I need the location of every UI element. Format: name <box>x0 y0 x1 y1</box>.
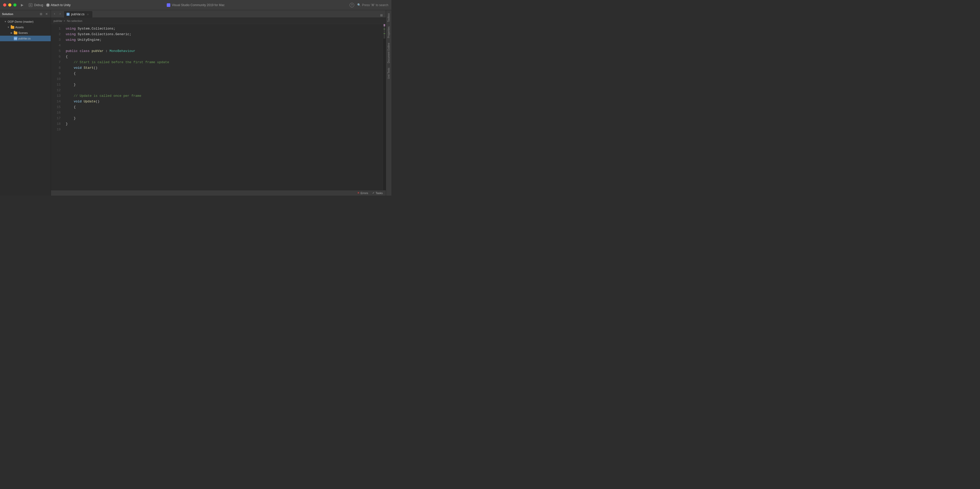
tree-item-scenes[interactable]: ▶ Scenes <box>0 30 51 36</box>
tree-chevron-project: ▼ <box>4 21 6 23</box>
tasks-icon: ✓ <box>372 191 375 195</box>
minimap-line-15 <box>383 35 385 35</box>
line-num-13: 13 <box>51 93 60 99</box>
code-line-6: { <box>66 54 383 60</box>
minimize-button[interactable] <box>8 3 11 6</box>
sidebar-close-icon[interactable]: ✕ <box>45 12 49 16</box>
line-num-19: 19 <box>51 127 60 132</box>
sidebar-header: Solution ⊞ ✕ <box>0 10 51 18</box>
minimap-line-8 <box>383 30 385 30</box>
tree-chevron-assets: ▼ <box>7 26 10 29</box>
code-line-12 <box>66 87 383 93</box>
line-num-9: 9 <box>51 71 60 76</box>
minimap-line-19 <box>383 38 385 38</box>
code-line-5: public class pubVar : MonoBehaviour <box>66 48 383 54</box>
editor-breadcrumb-selection[interactable]: No selection <box>67 19 83 22</box>
tab-forward-button[interactable]: › <box>57 11 63 16</box>
right-tab-document-outline[interactable]: Document Outline <box>387 41 391 65</box>
titlebar-right: ? 🔍 Press '⌘' to search <box>350 3 388 7</box>
right-tab-unit-tests[interactable]: Unit Tests <box>387 66 391 81</box>
minimap-line-10 <box>383 31 385 32</box>
tree-chevron-pubvar <box>10 37 13 40</box>
minimap-line-1 <box>383 24 385 25</box>
minimap-line-12 <box>383 33 385 33</box>
status-errors[interactable]: ✕ Errors <box>357 191 368 195</box>
tab-label: pubVar.cs <box>71 13 84 16</box>
run-button[interactable] <box>20 3 25 8</box>
search-bar[interactable]: 🔍 Press '⌘' to search <box>357 3 388 7</box>
code-line-4 <box>66 43 383 48</box>
search-placeholder: Press '⌘' to search <box>362 3 388 7</box>
code-line-14: void Update() <box>66 99 383 105</box>
line-num-2: 2 <box>51 32 60 37</box>
code-line-16 <box>66 110 383 116</box>
minimap-line-17 <box>383 37 385 37</box>
line-num-10: 10 <box>51 76 60 82</box>
minimap-line-3 <box>383 26 385 26</box>
code-line-19 <box>66 127 383 132</box>
minimap-line-2 <box>383 25 385 25</box>
code-line-18: } <box>66 121 383 127</box>
line-num-4: 4 <box>51 43 60 48</box>
editor-breadcrumb-sep: ► <box>64 19 66 22</box>
breadcrumb: ▤ Debug › ⊕ Attach to Unity <box>29 3 71 7</box>
editor-area: ‹ › C# pubVar.cs ○ ⊞ pubVar ► No selecti… <box>51 10 386 195</box>
code-line-1: using System.Collections; <box>66 26 383 32</box>
app-title: Visual Studio Community 2019 for Mac <box>172 3 224 7</box>
tree-item-pubvar[interactable]: C# pubVar.cs <box>0 36 51 41</box>
right-sidebar: Toolbox Properties Document Outline Unit… <box>386 10 391 195</box>
tab-pubvar[interactable]: C# pubVar.cs ○ <box>64 11 93 18</box>
scenes-folder-icon <box>14 32 18 34</box>
line-num-8: 8 <box>51 65 60 71</box>
sidebar-content: ▼ OOP-Demo (master) ▼ Assets ▶ Scenes C#… <box>0 18 51 195</box>
debug-doc-icon: ▤ <box>29 3 32 7</box>
status-bar: ✕ Errors ✓ Tasks <box>51 190 386 195</box>
line-num-6: 6 <box>51 54 60 60</box>
tab-close-button[interactable]: ○ <box>86 13 89 16</box>
editor-breadcrumb: pubVar ► No selection <box>51 18 386 24</box>
code-content[interactable]: using System.Collections; using System.C… <box>64 24 383 190</box>
line-numbers: 1 2 3 4 5 6 7 8 9 10 11 12 13 14 15 16 1… <box>51 24 64 190</box>
tab-bar-right: ⊞ <box>379 13 386 17</box>
code-line-10 <box>66 76 383 82</box>
help-button[interactable]: ? <box>350 3 354 7</box>
maximize-button[interactable] <box>13 3 17 6</box>
tab-back-button[interactable]: ‹ <box>52 11 57 16</box>
tree-item-project[interactable]: ▼ OOP-Demo (master) <box>0 19 51 24</box>
attach-breadcrumb-item[interactable]: Attach to Unity <box>51 3 71 7</box>
tree-chevron-scenes: ▶ <box>10 32 13 34</box>
code-line-2: using System.Collections.Generic; <box>66 32 383 37</box>
code-line-7: // Start is called before the first fram… <box>66 60 383 65</box>
minimap-line-5 <box>383 27 385 28</box>
minimap-line-16 <box>383 36 385 36</box>
tab-cs-icon: C# <box>67 13 70 16</box>
sidebar-split-icon[interactable]: ⊞ <box>39 12 43 16</box>
tab-bar: ‹ › C# pubVar.cs ○ ⊞ <box>51 10 386 18</box>
errors-label: Errors <box>361 192 368 195</box>
tree-item-assets[interactable]: ▼ Assets <box>0 24 51 30</box>
tab-navigation: ‹ › <box>51 10 64 17</box>
code-editor: 1 2 3 4 5 6 7 8 9 10 11 12 13 14 15 16 1… <box>51 24 386 190</box>
code-line-3: using UnityEngine; <box>66 37 383 43</box>
sidebar-title: Solution <box>2 13 13 16</box>
minimap-line-14 <box>383 34 385 35</box>
line-num-18: 18 <box>51 121 60 127</box>
code-line-15: { <box>66 105 383 110</box>
editor-breadcrumb-file[interactable]: pubVar <box>54 19 62 22</box>
assets-folder-icon <box>11 26 14 29</box>
sidebar: Solution ⊞ ✕ ▼ OOP-Demo (master) ▼ Asset… <box>0 10 51 195</box>
minimap-line-11 <box>383 32 385 32</box>
code-line-11: } <box>66 82 383 87</box>
right-tab-properties[interactable]: Properties <box>387 24 391 40</box>
minimap-line-6 <box>383 28 385 29</box>
line-num-17: 17 <box>51 116 60 121</box>
close-button[interactable] <box>3 3 6 6</box>
tasks-label: Tasks <box>375 192 383 195</box>
sidebar-toggle-button[interactable]: ⊞ <box>379 13 384 17</box>
minimap <box>383 24 386 190</box>
debug-breadcrumb-item[interactable]: Debug <box>34 3 43 7</box>
right-tab-toolbox[interactable]: Toolbox <box>387 11 391 24</box>
status-tasks[interactable]: ✓ Tasks <box>372 191 383 195</box>
breadcrumb-separator-1: › <box>44 3 45 6</box>
errors-icon: ✕ <box>357 191 360 195</box>
